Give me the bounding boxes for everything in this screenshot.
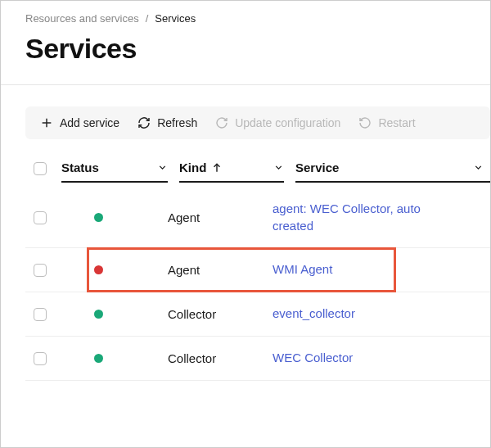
chevron-down-icon <box>473 162 484 173</box>
table-row: Collectorevent_collector <box>25 292 491 337</box>
table-row: CollectorWEC Collector <box>25 337 491 381</box>
refresh-icon <box>137 116 151 129</box>
add-service-label: Add service <box>60 116 119 129</box>
refresh-button[interactable]: Refresh <box>137 116 197 129</box>
breadcrumb-separator: / <box>146 12 149 25</box>
row-checkbox[interactable] <box>34 308 47 321</box>
status-indicator <box>94 310 103 319</box>
table-body: Agentagent: WEC Collector, auto createdA… <box>25 188 491 381</box>
table-row: AgentWMI Agent <box>25 248 491 292</box>
kind-cell: Collector <box>168 307 216 321</box>
breadcrumb-parent[interactable]: Resources and services <box>25 12 139 25</box>
status-indicator <box>94 265 103 274</box>
toolbar: Add service Refresh Update configuration… <box>25 106 490 139</box>
table-row: Agentagent: WEC Collector, auto created <box>25 188 491 248</box>
column-header-status-label: Status <box>61 161 99 174</box>
chevron-down-icon <box>157 162 168 173</box>
chevron-down-icon <box>273 162 284 173</box>
services-table: Status Kind Service Agentagent: WEC Coll… <box>25 161 491 381</box>
column-header-kind-label: Kind <box>179 161 206 174</box>
select-all-checkbox[interactable] <box>34 162 47 175</box>
arrow-up-icon <box>211 162 223 174</box>
update-icon <box>215 116 228 129</box>
status-indicator <box>94 354 103 363</box>
restart-icon <box>358 116 372 129</box>
restart-button[interactable]: Restart <box>358 116 415 129</box>
update-configuration-label: Update configuration <box>235 116 340 129</box>
add-service-button[interactable]: Add service <box>40 116 119 129</box>
update-configuration-button[interactable]: Update configuration <box>215 116 340 129</box>
refresh-label: Refresh <box>157 116 197 129</box>
row-checkbox[interactable] <box>34 211 47 224</box>
service-link[interactable]: agent: WEC Collector, auto created <box>273 201 453 234</box>
kind-cell: Collector <box>168 351 216 365</box>
plus-icon <box>40 116 53 129</box>
restart-label: Restart <box>378 116 415 129</box>
breadcrumb-current: Services <box>155 12 196 25</box>
table-header-row: Status Kind Service <box>25 161 491 188</box>
row-checkbox[interactable] <box>34 264 47 277</box>
page-title: Services <box>25 33 466 65</box>
column-header-kind[interactable]: Kind <box>179 161 284 183</box>
column-header-service[interactable]: Service <box>295 161 491 183</box>
column-header-status[interactable]: Status <box>61 161 168 183</box>
breadcrumb: Resources and services / Services <box>25 12 466 25</box>
service-link[interactable]: WEC Collector <box>273 350 353 366</box>
status-indicator <box>94 213 103 222</box>
kind-cell: Agent <box>168 263 200 277</box>
kind-cell: Agent <box>168 210 200 224</box>
service-link[interactable]: event_collector <box>273 305 355 322</box>
row-checkbox[interactable] <box>34 352 47 365</box>
column-header-service-label: Service <box>295 161 339 174</box>
service-link[interactable]: WMI Agent <box>273 261 332 278</box>
